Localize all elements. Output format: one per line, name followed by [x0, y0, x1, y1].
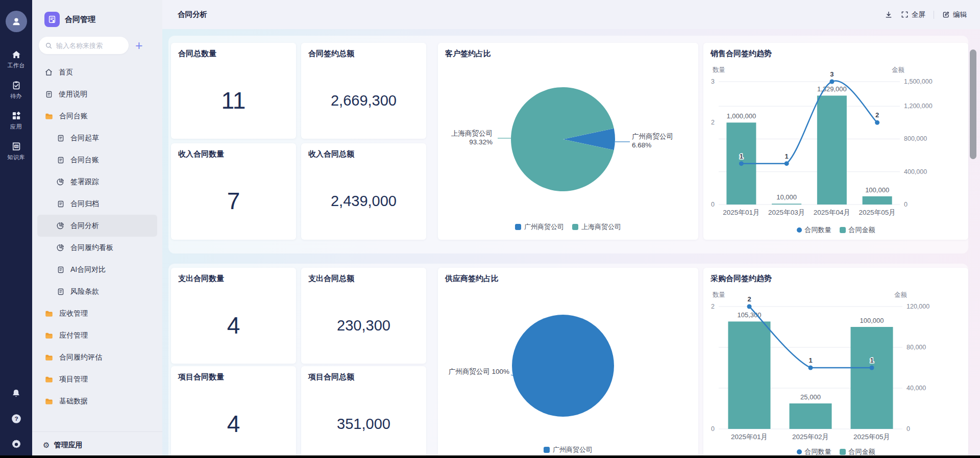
sidebar-item-12[interactable]: 应付管理 — [32, 324, 162, 346]
svg-text:2025年05月: 2025年05月 — [859, 209, 896, 216]
search-input[interactable] — [39, 37, 129, 54]
kpi-title: 合同总数量 — [178, 49, 216, 59]
kpi-title: 支出合同总额 — [308, 274, 354, 284]
svg-text:100,000: 100,000 — [865, 186, 889, 194]
rail-bottom: ? — [0, 388, 32, 450]
svg-text:1,500,000: 1,500,000 — [904, 78, 933, 85]
header-actions: 全屏 编辑 — [885, 10, 967, 19]
sidebar-item-13[interactable]: 合同履约评估 — [32, 346, 162, 368]
rail-item-knowledge[interactable]: AI 知识库 — [7, 141, 25, 161]
kpi-value: 4 — [171, 312, 296, 339]
svg-text:0: 0 — [904, 201, 908, 208]
kpi-value: 4 — [171, 410, 296, 438]
kpi-value: 7 — [171, 187, 296, 215]
legend-marker-icon — [544, 447, 550, 453]
sidebar-item-label: 项目管理 — [59, 375, 88, 384]
sidebar-item-3[interactable]: 合同起草 — [32, 127, 162, 149]
svg-text:?: ? — [14, 415, 18, 422]
kpi-value: 11 — [171, 87, 296, 114]
sidebar-item-label: 基础数据 — [59, 397, 88, 406]
svg-text:3: 3 — [711, 78, 715, 85]
chart-legend: 广州商贸公司 — [438, 445, 698, 454]
fullscreen-label: 全屏 — [912, 10, 925, 19]
dashboard-canvas: 合同总数量 11 合同签约总额 2,669,300 收入合同数量 7 收入合同总… — [162, 29, 980, 458]
rail-item-workbench[interactable]: 工作台 — [7, 49, 25, 69]
svg-text:2025年01月: 2025年01月 — [723, 209, 760, 216]
legend-item[interactable]: 广州商贸公司 — [544, 445, 593, 454]
download-button[interactable] — [885, 11, 893, 19]
legend-marker-icon — [840, 449, 846, 455]
sidebar-item-label: 合同分析 — [70, 221, 99, 231]
divider — [934, 11, 934, 19]
sidebar-item-15[interactable]: 基础数据 — [32, 390, 162, 412]
legend-item[interactable]: 广州商贸公司 — [515, 222, 564, 232]
kpi-value: 2,669,300 — [301, 92, 426, 109]
trend-chart-purchase: 采购合同签约趋势040,00080,000120,00002数量金额2025年0… — [703, 268, 968, 458]
edit-button[interactable]: 编辑 — [942, 10, 967, 19]
page-title: 合同分析 — [178, 10, 207, 19]
kpi-card-total-count: 合同总数量 11 — [171, 43, 296, 139]
folder-icon — [44, 309, 54, 318]
help-icon[interactable]: ? — [11, 413, 22, 424]
sidebar-item-label: 首页 — [59, 68, 73, 77]
fullscreen-icon — [901, 11, 909, 18]
sidebar-item-label: 应收管理 — [59, 309, 88, 318]
kpi-title: 支出合同数量 — [178, 274, 224, 284]
sidebar-item-8[interactable]: 合同履约看板 — [32, 237, 162, 259]
kpi-card-expense-amount: 支出合同总额 230,300 — [301, 268, 426, 364]
sidebar-item-7[interactable]: 合同分析 — [37, 215, 157, 237]
sidebar-item-4[interactable]: 合同台账 — [32, 149, 162, 171]
sidebar-item-2[interactable]: 合同台账 — [32, 105, 162, 127]
chart-title: 供应商签约占比 — [445, 274, 499, 284]
svg-text:93.32%: 93.32% — [469, 138, 493, 146]
sidebar-item-9[interactable]: AI合同对比 — [32, 259, 162, 281]
rail-item-todo[interactable]: 待办 — [10, 80, 22, 100]
svg-text:1: 1 — [808, 357, 812, 364]
sidebar-item-label: AI合同对比 — [70, 265, 106, 274]
svg-text:2025年04月: 2025年04月 — [814, 209, 850, 216]
add-button[interactable]: + — [133, 39, 145, 52]
vertical-scrollbar-thumb[interactable] — [970, 49, 976, 159]
doc-icon — [56, 266, 65, 274]
sidebar-item-14[interactable]: 项目管理 — [32, 368, 162, 390]
kpi-card-project-amount: 项目合同总额 351,000 — [301, 366, 426, 458]
legend-label: 广州商贸公司 — [524, 222, 564, 232]
rail-item-apps[interactable]: 应用 — [10, 111, 22, 131]
chart-title: 客户签约占比 — [445, 49, 491, 59]
sidebar-item-6[interactable]: 合同归档 — [32, 193, 162, 215]
svg-text:2: 2 — [747, 295, 751, 303]
kpi-title: 项目合同数量 — [178, 372, 224, 382]
sidebar-item-11[interactable]: 应收管理 — [32, 302, 162, 324]
legend-label: 合同金额 — [849, 225, 875, 235]
search-row: + — [39, 37, 158, 54]
download-icon — [885, 11, 893, 19]
legend-label: 合同数量 — [805, 225, 831, 235]
sidebar-item-0[interactable]: 首页 — [32, 61, 162, 83]
avatar[interactable] — [6, 11, 27, 32]
gear-icon: ⚙ — [43, 441, 50, 450]
svg-text:2025年05月: 2025年05月 — [853, 433, 890, 441]
sidebar-item-10[interactable]: 风险条款 — [32, 281, 162, 302]
svg-text:6.68%: 6.68% — [632, 141, 651, 149]
fullscreen-button[interactable]: 全屏 — [901, 10, 925, 19]
svg-text:1,329,000: 1,329,000 — [817, 85, 847, 93]
bell-icon[interactable] — [11, 388, 21, 399]
sidebar-item-label: 合同履约看板 — [70, 243, 113, 252]
pie-icon — [56, 221, 65, 230]
pie-icon — [56, 243, 65, 252]
kpi-card-income-amount: 收入合同总额 2,439,000 — [301, 143, 426, 240]
legend-item[interactable]: 合同数量 — [797, 225, 831, 235]
legend-item[interactable]: 上海商贸公司 — [572, 222, 621, 232]
left-rail: 工作台 待办 — [0, 0, 32, 458]
svg-text:广州商贸公司 100%: 广州商贸公司 100% — [449, 368, 509, 375]
legend-marker-icon — [840, 227, 846, 233]
settings-icon[interactable] — [11, 439, 22, 450]
app-title: 合同管理 — [65, 15, 95, 24]
sidebar-item-5[interactable]: 签署跟踪 — [32, 171, 162, 193]
svg-text:0: 0 — [711, 201, 715, 208]
search-field[interactable] — [56, 42, 122, 49]
legend-item[interactable]: 合同金额 — [840, 225, 875, 235]
sidebar-item-1[interactable]: 使用说明 — [32, 83, 162, 105]
manage-app-button[interactable]: ⚙ 管理应用 — [32, 431, 162, 458]
svg-text:10,000: 10,000 — [776, 193, 797, 201]
